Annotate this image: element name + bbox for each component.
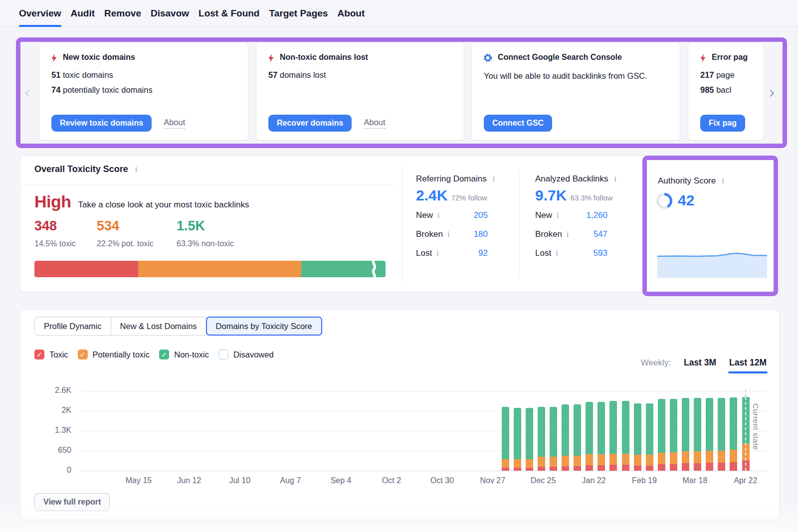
- stat-value[interactable]: 205: [474, 210, 488, 220]
- x-axis-tick: Feb 19: [619, 476, 669, 485]
- card-new-toxic-domains: New toxic domains 51 toxic domains 74 po…: [39, 42, 248, 141]
- x-axis-tick: Mar 18: [670, 476, 720, 485]
- toxicity-panel: Overall Toxicity Score i High Take a clo…: [20, 156, 780, 292]
- info-icon[interactable]: i: [567, 230, 569, 239]
- nav-tab-audit[interactable]: Audit: [71, 0, 95, 27]
- referring-domains-value[interactable]: 2.4K: [416, 187, 447, 204]
- stat-value[interactable]: 92: [478, 248, 488, 258]
- review-toxic-domains-button[interactable]: Review toxic domains: [51, 115, 152, 132]
- connect-gsc-button[interactable]: Connect GSC: [484, 115, 552, 132]
- checkbox-checked-icon[interactable]: ✓: [159, 350, 169, 359]
- tab-profile-dynamic[interactable]: Profile Dynamic: [34, 317, 111, 336]
- nav-tab-lost-and-found[interactable]: Lost & Found: [199, 0, 259, 27]
- tab-domains-by-toxicity[interactable]: Domains by Toxicity Score: [206, 317, 322, 336]
- nav-tab-about[interactable]: About: [337, 0, 365, 27]
- info-icon[interactable]: i: [493, 175, 495, 183]
- bar-non-toxic: [670, 399, 677, 452]
- current-state-dash: [745, 397, 746, 471]
- legend-disavowed[interactable]: Disavowed: [218, 350, 274, 359]
- legend-toxic[interactable]: ✓ Toxic: [34, 350, 68, 359]
- info-icon[interactable]: i: [614, 175, 616, 183]
- error-backlinks-count: 985 bacl: [688, 85, 764, 95]
- y-axis-tick: 2K: [35, 406, 71, 415]
- info-icon[interactable]: i: [557, 211, 559, 220]
- bar-potentially-toxic: [682, 451, 689, 463]
- period-last-3m[interactable]: Last 3M: [684, 357, 716, 368]
- bar-potentially-toxic: [694, 451, 701, 463]
- about-link[interactable]: About: [164, 118, 185, 129]
- bar-toxic: [622, 465, 629, 471]
- nav-tab-remove[interactable]: Remove: [104, 0, 141, 27]
- bar-potentially-toxic: [502, 459, 509, 468]
- bar-potentially-toxic: [514, 459, 521, 468]
- stat-row-lost: Losti 593: [535, 247, 607, 259]
- bar-toxic: [742, 460, 750, 471]
- current-state-label: Current state: [751, 403, 760, 450]
- info-icon[interactable]: i: [447, 230, 449, 239]
- view-full-report-button[interactable]: View full report: [34, 493, 110, 511]
- gridline: [81, 471, 768, 471]
- stat-value[interactable]: 547: [594, 229, 607, 239]
- toxic-count: 348: [34, 218, 57, 234]
- info-icon[interactable]: i: [556, 249, 558, 258]
- legend-potentially-toxic[interactable]: ✓ Potentially toxic: [78, 350, 150, 359]
- bar-potentially-toxic: [742, 444, 750, 460]
- bar-non-toxic: [622, 401, 629, 453]
- stat-value[interactable]: 593: [594, 248, 607, 258]
- about-link[interactable]: About: [364, 118, 385, 129]
- checkbox-checked-icon[interactable]: ✓: [34, 350, 44, 359]
- info-icon[interactable]: i: [135, 165, 137, 174]
- stat-row-lost: Losti 92: [416, 247, 488, 259]
- top-nav: Overview Audit Remove Disavow Lost & Fou…: [0, 0, 798, 27]
- toxicity-distribution-bar: [34, 261, 386, 277]
- bar-non-toxic: [730, 397, 737, 450]
- bar-toxic: [646, 466, 653, 471]
- legend-non-toxic[interactable]: ✓ Non-toxic: [159, 350, 209, 359]
- bar-potentially-toxic: [634, 455, 641, 466]
- bar-potentially-toxic: [526, 459, 533, 468]
- x-axis-tick: May 15: [114, 476, 164, 485]
- gridline: [81, 391, 768, 391]
- pot-toxic-bar-segment: [138, 261, 301, 277]
- lightning-bolt-icon: [50, 53, 58, 65]
- carousel-next-icon[interactable]: ›: [769, 84, 776, 101]
- toxic-caption: 14.5% toxic: [34, 239, 76, 248]
- potentially-toxic-domains-count: 74 potentially toxic domains: [39, 85, 248, 95]
- checkbox-unchecked-icon[interactable]: [218, 350, 228, 359]
- weekly-label: Weekly:: [641, 358, 671, 368]
- stat-row-broken: Brokeni 180: [416, 228, 488, 240]
- bar-toxic: [682, 463, 689, 471]
- x-axis-tick: Dec 25: [518, 476, 568, 485]
- bar-toxic: [718, 463, 725, 471]
- domains-lost-count: 57 domains lost: [256, 70, 464, 80]
- gsc-description: You will be able to audit backlinks from…: [472, 69, 675, 82]
- bar-toxic: [574, 466, 581, 471]
- fix-pages-button[interactable]: Fix pag: [700, 115, 745, 132]
- bar-non-toxic: [598, 402, 605, 454]
- x-axis-tick: Aug 7: [265, 476, 315, 485]
- info-icon[interactable]: i: [437, 211, 439, 220]
- period-last-12m[interactable]: Last 12M: [729, 357, 767, 368]
- carousel-prev-icon[interactable]: ‹: [24, 84, 31, 101]
- info-icon[interactable]: i: [436, 249, 438, 258]
- info-icon[interactable]: i: [722, 177, 724, 185]
- x-axis-tick: Nov 27: [468, 476, 518, 485]
- nav-tab-disavow[interactable]: Disavow: [151, 0, 189, 27]
- period-switcher: Weekly: Last 3M Last 12M: [641, 357, 767, 368]
- bar-potentially-toxic: [598, 454, 605, 465]
- recover-domains-button[interactable]: Recover domains: [268, 115, 352, 132]
- stat-value[interactable]: 180: [474, 229, 488, 239]
- bar-potentially-toxic: [562, 456, 569, 466]
- checkbox-checked-icon[interactable]: ✓: [78, 350, 88, 359]
- nav-tab-overview[interactable]: Overview: [19, 0, 61, 27]
- bar-toxic: [658, 464, 665, 471]
- pot-toxic-count: 534: [97, 218, 119, 234]
- bar-toxic: [634, 466, 641, 471]
- analyzed-backlinks-value[interactable]: 9.7K: [535, 187, 567, 204]
- toxic-domains-count: 51 toxic domains: [39, 70, 248, 80]
- tab-new-lost-domains[interactable]: New & Lost Domains: [111, 317, 206, 336]
- stat-value[interactable]: 1,260: [586, 210, 607, 220]
- nav-tab-target-pages[interactable]: Target Pages: [269, 0, 328, 27]
- x-axis-tick: Jul 10: [215, 476, 265, 485]
- bar-non-toxic: [586, 402, 593, 454]
